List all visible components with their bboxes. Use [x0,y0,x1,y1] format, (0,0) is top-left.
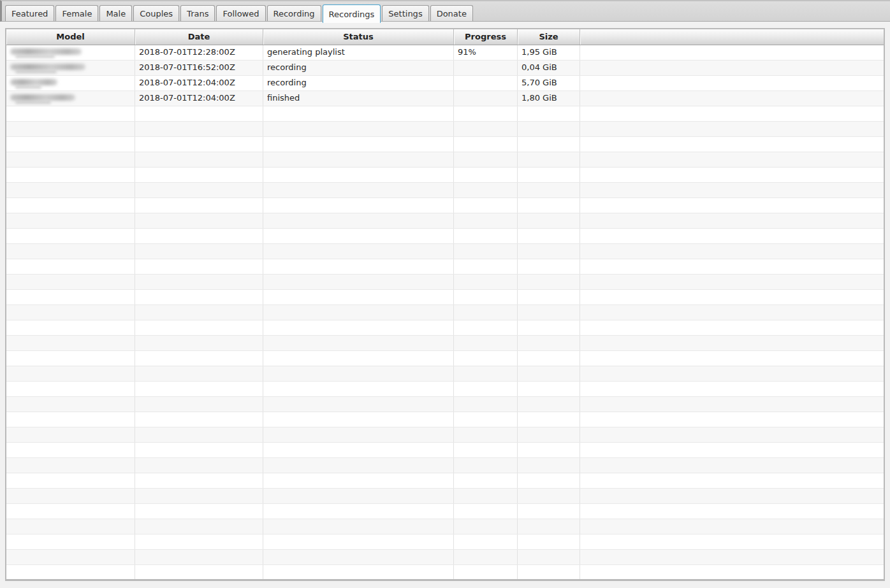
cell-filler [580,198,884,213]
cell-date [135,168,263,182]
tab-featured[interactable]: Featured [5,5,54,21]
column-header-size[interactable]: Size [518,29,580,45]
cell-progress [454,137,518,152]
cell-progress [454,427,518,442]
cell-status [263,229,454,243]
cell-size [518,320,580,335]
table-row-empty [6,275,884,290]
cell-date [135,473,263,488]
table-row-empty [6,534,884,550]
cell-status [263,244,454,259]
table-row-empty [6,290,884,305]
cell-status [263,168,454,182]
table-row-empty [6,198,884,213]
table-row-empty [6,427,884,443]
cell-filler [580,305,884,320]
column-header-date[interactable]: Date [135,29,263,45]
cell-status [263,213,454,228]
cell-model [6,152,135,167]
cell-filler [580,213,884,228]
cell-date: 2018-07-01T12:28:00Z [135,45,263,60]
tab-recordings[interactable]: Recordings [323,4,381,23]
cell-date [135,336,263,350]
cell-status [263,152,454,167]
table-row-empty [6,244,884,259]
cell-size [518,519,580,534]
cell-status [263,122,454,136]
cell-model [6,198,135,213]
cell-progress [454,198,518,213]
cell-status [263,320,454,335]
cell-size [518,183,580,197]
cell-model [6,106,135,121]
column-header-progress[interactable]: Progress [454,29,518,45]
cell-progress [454,412,518,427]
tab-trans[interactable]: Trans [180,5,215,21]
cell-size [518,122,580,136]
cell-status [263,550,454,564]
cell-model [6,213,135,228]
table-row[interactable]: 2018-07-01T12:04:00Zfinished1,80 GiB [6,91,884,106]
cell-model [6,534,135,549]
cell-date [135,550,263,564]
cell-model [6,504,135,519]
cell-size [518,152,580,167]
table-row-empty [6,504,884,519]
cell-filler [580,320,884,335]
cell-progress [454,550,518,564]
cell-date [135,565,263,580]
cell-size [518,198,580,213]
cell-progress [454,443,518,457]
cell-filler [580,91,884,106]
cell-date [135,443,263,457]
cell-filler [580,259,884,274]
cell-filler [580,76,884,90]
cell-size [518,489,580,503]
cell-status [263,259,454,274]
table-row[interactable]: 2018-07-01T12:28:00Zgenerating playlist9… [6,45,884,61]
cell-filler [580,366,884,381]
cell-status [263,336,454,350]
table-row-empty [6,320,884,336]
cell-size [518,534,580,549]
column-header-model[interactable]: Model [6,29,135,45]
tab-female[interactable]: Female [55,5,98,21]
cell-date [135,489,263,503]
tab-recording[interactable]: Recording [267,5,321,21]
tab-followed[interactable]: Followed [216,5,265,21]
cell-status [263,290,454,305]
tab-settings[interactable]: Settings [382,5,428,21]
cell-filler [580,565,884,580]
cell-progress [454,382,518,396]
cell-size [518,351,580,366]
table-row-empty [6,183,884,198]
table-row[interactable]: 2018-07-01T16:52:00Zrecording0,04 GiB [6,61,884,76]
cell-date [135,382,263,396]
cell-status [263,458,454,473]
cell-date [135,213,263,228]
cell-size [518,336,580,350]
cell-progress [454,229,518,243]
cell-size: 1,80 GiB [518,91,580,106]
tab-donate[interactable]: Donate [430,5,473,21]
tab-male[interactable]: Male [99,5,132,21]
column-header-status[interactable]: Status [263,29,454,45]
table-body: 2018-07-01T12:28:00Zgenerating playlist9… [6,45,884,580]
table-row-empty [6,351,884,366]
cell-progress [454,275,518,289]
table-row[interactable]: 2018-07-01T12:04:00Zrecording5,70 GiB [6,76,884,91]
cell-size [518,427,580,442]
cell-filler [580,412,884,427]
tab-couples[interactable]: Couples [133,5,179,21]
cell-status: finished [263,91,454,106]
table-row-empty [6,366,884,382]
table-row-empty [6,458,884,473]
cell-filler [580,550,884,564]
cell-filler [580,61,884,75]
cell-filler [580,489,884,503]
cell-status [263,412,454,427]
cell-progress [454,290,518,305]
cell-status [263,183,454,197]
cell-filler [580,183,884,197]
cell-status [263,565,454,580]
